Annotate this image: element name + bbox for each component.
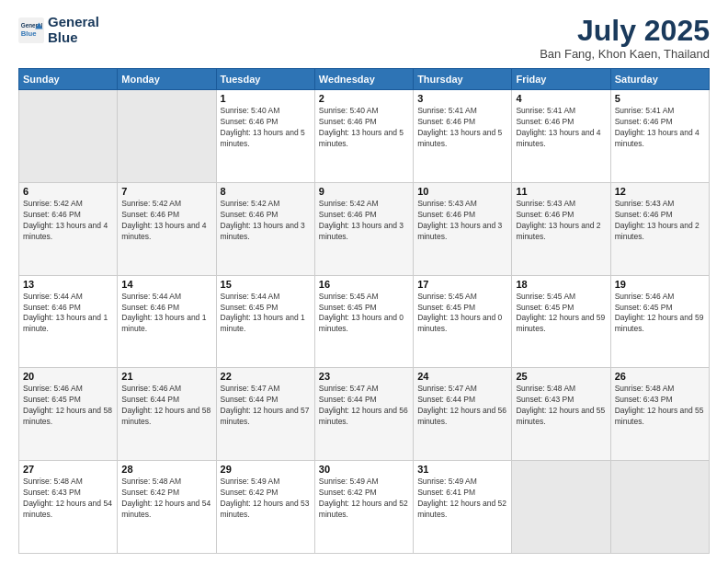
calendar-cell: 20Sunrise: 5:46 AM Sunset: 6:45 PM Dayli…: [19, 368, 118, 461]
day-number: 23: [319, 371, 409, 382]
day-info: Sunrise: 5:48 AM Sunset: 6:43 PM Dayligh…: [516, 384, 606, 428]
day-info: Sunrise: 5:43 AM Sunset: 6:46 PM Dayligh…: [516, 199, 606, 243]
calendar-header-monday: Monday: [118, 69, 216, 90]
day-number: 27: [23, 464, 113, 475]
page: General Blue General Blue July 2025 Ban …: [0, 0, 728, 563]
day-number: 20: [23, 371, 113, 382]
header: General Blue General Blue July 2025 Ban …: [18, 15, 710, 61]
day-number: 26: [615, 371, 705, 382]
day-number: 12: [615, 186, 705, 197]
day-number: 10: [417, 186, 507, 197]
calendar-cell: 2Sunrise: 5:40 AM Sunset: 6:46 PM Daylig…: [314, 90, 413, 183]
calendar-header-wednesday: Wednesday: [314, 69, 413, 90]
day-number: 17: [417, 279, 507, 290]
day-info: Sunrise: 5:45 AM Sunset: 6:45 PM Dayligh…: [319, 292, 409, 336]
day-info: Sunrise: 5:42 AM Sunset: 6:46 PM Dayligh…: [23, 199, 113, 243]
calendar-header-tuesday: Tuesday: [216, 69, 314, 90]
calendar-cell: 18Sunrise: 5:45 AM Sunset: 6:45 PM Dayli…: [512, 275, 610, 368]
calendar-table: SundayMondayTuesdayWednesdayThursdayFrid…: [18, 68, 710, 554]
day-info: Sunrise: 5:46 AM Sunset: 6:45 PM Dayligh…: [23, 384, 113, 428]
location-title: Ban Fang, Khon Kaen, Thailand: [540, 47, 710, 61]
calendar-cell: 19Sunrise: 5:46 AM Sunset: 6:45 PM Dayli…: [610, 275, 709, 368]
title-block: July 2025 Ban Fang, Khon Kaen, Thailand: [540, 15, 710, 61]
day-info: Sunrise: 5:44 AM Sunset: 6:46 PM Dayligh…: [23, 292, 113, 336]
day-info: Sunrise: 5:41 AM Sunset: 6:46 PM Dayligh…: [417, 106, 507, 150]
calendar-header-sunday: Sunday: [19, 69, 118, 90]
day-info: Sunrise: 5:43 AM Sunset: 6:46 PM Dayligh…: [615, 199, 705, 243]
day-number: 30: [319, 464, 409, 475]
day-info: Sunrise: 5:41 AM Sunset: 6:46 PM Dayligh…: [516, 106, 606, 150]
day-info: Sunrise: 5:45 AM Sunset: 6:45 PM Dayligh…: [417, 292, 507, 336]
calendar-cell: 15Sunrise: 5:44 AM Sunset: 6:45 PM Dayli…: [216, 275, 314, 368]
day-info: Sunrise: 5:49 AM Sunset: 6:42 PM Dayligh…: [319, 477, 409, 521]
day-number: 11: [516, 186, 606, 197]
logo-text-line2: Blue: [48, 30, 99, 46]
calendar-cell: 12Sunrise: 5:43 AM Sunset: 6:46 PM Dayli…: [610, 182, 709, 275]
day-number: 8: [221, 186, 311, 197]
calendar-cell: 5Sunrise: 5:41 AM Sunset: 6:46 PM Daylig…: [610, 90, 709, 183]
calendar-header-saturday: Saturday: [610, 69, 709, 90]
day-info: Sunrise: 5:40 AM Sunset: 6:46 PM Dayligh…: [319, 106, 409, 150]
calendar-cell: 27Sunrise: 5:48 AM Sunset: 6:43 PM Dayli…: [19, 461, 118, 554]
calendar-cell: 3Sunrise: 5:41 AM Sunset: 6:46 PM Daylig…: [414, 90, 512, 183]
day-number: 19: [615, 279, 705, 290]
logo-icon: General Blue: [18, 17, 44, 43]
day-info: Sunrise: 5:46 AM Sunset: 6:44 PM Dayligh…: [121, 384, 211, 428]
calendar-header-row: SundayMondayTuesdayWednesdayThursdayFrid…: [19, 69, 710, 90]
calendar-cell: 23Sunrise: 5:47 AM Sunset: 6:44 PM Dayli…: [314, 368, 413, 461]
calendar-cell: 10Sunrise: 5:43 AM Sunset: 6:46 PM Dayli…: [414, 182, 512, 275]
calendar-week-3: 13Sunrise: 5:44 AM Sunset: 6:46 PM Dayli…: [19, 275, 710, 368]
calendar-cell: 11Sunrise: 5:43 AM Sunset: 6:46 PM Dayli…: [512, 182, 610, 275]
calendar-cell: 8Sunrise: 5:42 AM Sunset: 6:46 PM Daylig…: [216, 182, 314, 275]
day-number: 9: [319, 186, 409, 197]
calendar-cell: [118, 90, 216, 183]
calendar-cell: 31Sunrise: 5:49 AM Sunset: 6:41 PM Dayli…: [414, 461, 512, 554]
day-info: Sunrise: 5:47 AM Sunset: 6:44 PM Dayligh…: [319, 384, 409, 428]
calendar-week-4: 20Sunrise: 5:46 AM Sunset: 6:45 PM Dayli…: [19, 368, 710, 461]
day-number: 14: [121, 279, 211, 290]
day-number: 6: [23, 186, 113, 197]
day-number: 22: [221, 371, 311, 382]
calendar-cell: 30Sunrise: 5:49 AM Sunset: 6:42 PM Dayli…: [314, 461, 413, 554]
day-info: Sunrise: 5:41 AM Sunset: 6:46 PM Dayligh…: [615, 106, 705, 150]
day-info: Sunrise: 5:49 AM Sunset: 6:41 PM Dayligh…: [417, 477, 507, 521]
day-number: 7: [121, 186, 211, 197]
calendar-cell: 16Sunrise: 5:45 AM Sunset: 6:45 PM Dayli…: [314, 275, 413, 368]
day-info: Sunrise: 5:45 AM Sunset: 6:45 PM Dayligh…: [516, 292, 606, 336]
day-info: Sunrise: 5:48 AM Sunset: 6:43 PM Dayligh…: [615, 384, 705, 428]
day-info: Sunrise: 5:46 AM Sunset: 6:45 PM Dayligh…: [615, 292, 705, 336]
day-info: Sunrise: 5:47 AM Sunset: 6:44 PM Dayligh…: [417, 384, 507, 428]
calendar-cell: 7Sunrise: 5:42 AM Sunset: 6:46 PM Daylig…: [118, 182, 216, 275]
day-number: 4: [516, 93, 606, 104]
svg-text:Blue: Blue: [21, 29, 37, 37]
day-number: 18: [516, 279, 606, 290]
day-number: 3: [417, 93, 507, 104]
day-number: 29: [221, 464, 311, 475]
calendar-cell: [19, 90, 118, 183]
day-number: 28: [121, 464, 211, 475]
calendar-cell: [512, 461, 610, 554]
calendar-week-1: 1Sunrise: 5:40 AM Sunset: 6:46 PM Daylig…: [19, 90, 710, 183]
calendar-cell: 14Sunrise: 5:44 AM Sunset: 6:46 PM Dayli…: [118, 275, 216, 368]
calendar-cell: 28Sunrise: 5:48 AM Sunset: 6:42 PM Dayli…: [118, 461, 216, 554]
logo-text-line1: General: [48, 15, 99, 30]
calendar-cell: 1Sunrise: 5:40 AM Sunset: 6:46 PM Daylig…: [216, 90, 314, 183]
day-info: Sunrise: 5:40 AM Sunset: 6:46 PM Dayligh…: [221, 106, 311, 150]
day-info: Sunrise: 5:42 AM Sunset: 6:46 PM Dayligh…: [221, 199, 311, 243]
day-info: Sunrise: 5:43 AM Sunset: 6:46 PM Dayligh…: [417, 199, 507, 243]
day-info: Sunrise: 5:44 AM Sunset: 6:45 PM Dayligh…: [221, 292, 311, 336]
day-info: Sunrise: 5:42 AM Sunset: 6:46 PM Dayligh…: [319, 199, 409, 243]
month-title: July 2025: [540, 15, 710, 47]
calendar-cell: 13Sunrise: 5:44 AM Sunset: 6:46 PM Dayli…: [19, 275, 118, 368]
day-info: Sunrise: 5:48 AM Sunset: 6:42 PM Dayligh…: [121, 477, 211, 521]
calendar-header-thursday: Thursday: [414, 69, 512, 90]
day-number: 13: [23, 279, 113, 290]
day-number: 1: [221, 93, 311, 104]
calendar-week-2: 6Sunrise: 5:42 AM Sunset: 6:46 PM Daylig…: [19, 182, 710, 275]
day-info: Sunrise: 5:47 AM Sunset: 6:44 PM Dayligh…: [221, 384, 311, 428]
day-info: Sunrise: 5:49 AM Sunset: 6:42 PM Dayligh…: [221, 477, 311, 521]
calendar-cell: 17Sunrise: 5:45 AM Sunset: 6:45 PM Dayli…: [414, 275, 512, 368]
day-number: 31: [417, 464, 507, 475]
day-info: Sunrise: 5:42 AM Sunset: 6:46 PM Dayligh…: [121, 199, 211, 243]
day-number: 5: [615, 93, 705, 104]
